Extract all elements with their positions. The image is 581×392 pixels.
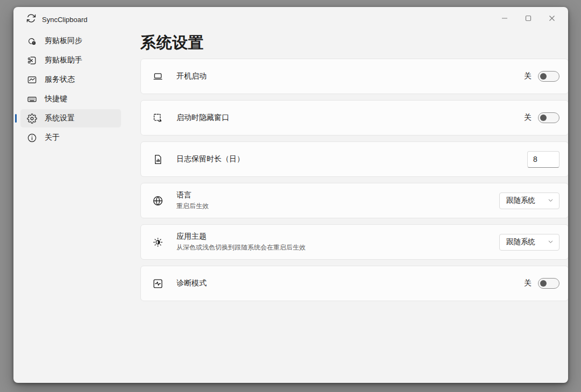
setting-subtitle: 从深色或浅色切换到跟随系统会在重启后生效 <box>176 243 499 252</box>
sidebar-item-clipboard-sync[interactable]: 剪贴板同步 <box>20 32 121 50</box>
diagnostic-mode-toggle[interactable] <box>538 278 559 289</box>
maximize-button[interactable] <box>516 9 540 27</box>
keyboard-icon <box>27 94 37 104</box>
setting-subtitle: 重启后生效 <box>176 202 499 211</box>
chevron-down-icon <box>548 196 554 205</box>
setting-row-language: 语言 重启后生效 跟随系统 <box>140 183 568 218</box>
toggle-knob <box>540 73 547 80</box>
setting-label: 应用主题 <box>176 232 499 241</box>
sidebar-item-label: 服务状态 <box>45 75 75 84</box>
scissors-icon <box>27 55 37 66</box>
log-retention-input[interactable] <box>527 151 559 168</box>
cloud-sync-icon <box>27 36 37 46</box>
sidebar-item-label: 快捷键 <box>45 94 67 104</box>
startup-on-boot-toggle[interactable] <box>538 71 559 82</box>
setting-label: 语言 <box>176 190 499 200</box>
app-theme-select[interactable]: 跟随系统 <box>499 234 559 251</box>
language-select[interactable]: 跟随系统 <box>499 193 559 209</box>
sync-clipboard-logo-icon <box>26 13 37 26</box>
app-identity: SyncClipboard <box>26 13 88 26</box>
log-document-icon <box>152 153 164 165</box>
toggle-knob <box>540 115 547 121</box>
setting-label: 诊断模式 <box>176 279 524 288</box>
setting-row-hide-window-on-startup: 启动时隐藏窗口 关 <box>140 100 568 136</box>
info-icon <box>27 133 37 143</box>
app-title: SyncClipboard <box>42 16 88 24</box>
page-title: 系统设置 <box>140 32 204 54</box>
sidebar-item-about[interactable]: 关于 <box>20 129 121 147</box>
setting-row-log-retention: 日志保留时长（日） <box>140 141 568 177</box>
setting-label: 日志保留时长（日） <box>176 154 527 164</box>
sidebar-item-service-status[interactable]: 服务状态 <box>20 70 121 89</box>
sidebar-item-label: 剪贴板同步 <box>45 36 82 46</box>
sidebar: 剪贴板同步 剪贴板助手 服务状态 <box>13 31 127 383</box>
setting-row-startup-on-boot: 开机启动 关 <box>140 59 568 94</box>
main-content: 系统设置 开机启动 关 <box>127 31 568 383</box>
hide-window-icon <box>152 112 164 124</box>
settings-list: 开机启动 关 启动时隐藏窗口 <box>140 59 568 301</box>
toggle-state-label: 关 <box>524 72 532 81</box>
sidebar-item-label: 关于 <box>45 133 60 142</box>
app-window: SyncClipboard 剪贴板同步 <box>13 7 568 383</box>
setting-row-diagnostic-mode: 诊断模式 关 <box>140 266 568 301</box>
titlebar: SyncClipboard <box>13 7 568 31</box>
close-button[interactable] <box>540 9 564 27</box>
setting-label: 开机启动 <box>176 72 524 81</box>
app-theme-select-value: 跟随系统 <box>506 237 535 247</box>
hide-window-toggle[interactable] <box>538 112 559 123</box>
globe-icon <box>152 195 164 206</box>
sidebar-item-label: 系统设置 <box>45 113 75 123</box>
setting-row-app-theme: 应用主题 从深色或浅色切换到跟随系统会在重启后生效 跟随系统 <box>140 224 568 260</box>
sidebar-item-system-settings[interactable]: 系统设置 <box>20 109 121 127</box>
toggle-knob <box>540 280 547 287</box>
toggle-state-label: 关 <box>524 113 532 123</box>
window-controls <box>493 9 564 27</box>
brightness-icon <box>152 236 164 248</box>
minimize-button[interactable] <box>493 9 516 27</box>
gear-icon <box>27 113 37 124</box>
pulse-icon <box>152 277 164 289</box>
sidebar-item-label: 剪贴板助手 <box>45 55 82 65</box>
toggle-state-label: 关 <box>524 279 532 288</box>
chevron-down-icon <box>548 237 554 247</box>
sidebar-item-shortcuts[interactable]: 快捷键 <box>20 90 121 108</box>
setting-label: 启动时隐藏窗口 <box>176 113 524 123</box>
language-select-value: 跟随系统 <box>506 196 535 205</box>
sidebar-item-clipboard-assistant[interactable]: 剪贴板助手 <box>20 51 121 69</box>
laptop-icon <box>152 70 164 82</box>
status-chart-icon <box>27 75 37 85</box>
